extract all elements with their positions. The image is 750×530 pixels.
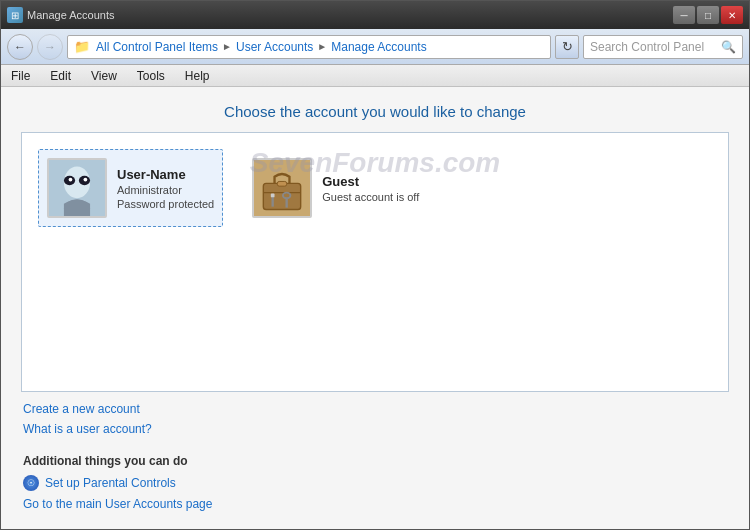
breadcrumb-manage-accounts[interactable]: Manage Accounts (331, 40, 426, 54)
user-avatar (47, 158, 107, 218)
additional-section: Additional things you can do ☉ Set up Pa… (1, 446, 749, 520)
create-account-link[interactable]: Create a new account (23, 402, 727, 416)
bottom-links: Create a new account What is a user acco… (1, 392, 749, 446)
svg-point-5 (84, 178, 88, 182)
menu-edit[interactable]: Edit (46, 67, 75, 85)
svg-rect-12 (271, 194, 275, 198)
user-avatar-svg (49, 160, 105, 216)
maximize-button[interactable]: □ (697, 6, 719, 24)
page-title: Choose the account you would like to cha… (1, 87, 749, 132)
breadcrumb-control-panel[interactable]: All Control Panel Items (96, 40, 218, 54)
window: ⊞ Manage Accounts ─ □ ✕ ← → 📁 All Contro… (0, 0, 750, 530)
svg-point-4 (69, 178, 73, 182)
guest-account-detail1: Guest account is off (322, 191, 419, 203)
breadcrumb-sep-2: ► (317, 41, 327, 52)
title-bar: ⊞ Manage Accounts ─ □ ✕ (1, 1, 749, 29)
parental-controls-label: Set up Parental Controls (45, 476, 176, 490)
account-card-user[interactable]: User-Name Administrator Password protect… (38, 149, 223, 227)
main-content: SevenForums.com Choose the account you w… (1, 87, 749, 529)
svg-rect-9 (278, 181, 287, 186)
search-placeholder: Search Control Panel (590, 40, 704, 54)
close-button[interactable]: ✕ (721, 6, 743, 24)
user-accounts-page-label: Go to the main User Accounts page (23, 497, 212, 511)
user-account-info: User-Name Administrator Password protect… (117, 167, 214, 210)
menu-tools[interactable]: Tools (133, 67, 169, 85)
user-account-name: User-Name (117, 167, 214, 182)
guest-avatar-svg (254, 160, 310, 216)
svg-rect-8 (264, 183, 301, 209)
menu-file[interactable]: File (7, 67, 34, 85)
guest-avatar (252, 158, 312, 218)
breadcrumb-sep-1: ► (222, 41, 232, 52)
user-account-detail2: Password protected (117, 198, 214, 210)
menu-help[interactable]: Help (181, 67, 214, 85)
additional-section-title: Additional things you can do (23, 454, 727, 468)
guest-account-name: Guest (322, 174, 419, 189)
shield-icon: ☉ (23, 475, 39, 491)
account-card-guest[interactable]: Guest Guest account is off (243, 149, 428, 227)
title-bar-text: Manage Accounts (27, 9, 114, 21)
menu-bar: File Edit View Tools Help (1, 65, 749, 87)
title-bar-left: ⊞ Manage Accounts (7, 7, 114, 23)
menu-view[interactable]: View (87, 67, 121, 85)
back-button[interactable]: ← (7, 34, 33, 60)
refresh-button[interactable]: ↻ (555, 35, 579, 59)
what-is-account-link[interactable]: What is a user account? (23, 422, 727, 436)
user-account-detail1: Administrator (117, 184, 214, 196)
accounts-panel: User-Name Administrator Password protect… (21, 132, 729, 392)
user-accounts-page-link[interactable]: Go to the main User Accounts page (23, 496, 727, 512)
window-icon: ⊞ (7, 7, 23, 23)
forward-button[interactable]: → (37, 34, 63, 60)
guest-account-info: Guest Guest account is off (322, 174, 419, 203)
parental-controls-link[interactable]: ☉ Set up Parental Controls (23, 474, 727, 492)
minimize-button[interactable]: ─ (673, 6, 695, 24)
address-bar: ← → 📁 All Control Panel Items ► User Acc… (1, 29, 749, 65)
breadcrumb-user-accounts[interactable]: User Accounts (236, 40, 313, 54)
title-bar-buttons: ─ □ ✕ (673, 6, 743, 24)
breadcrumb-bar[interactable]: 📁 All Control Panel Items ► User Account… (67, 35, 551, 59)
search-box[interactable]: Search Control Panel 🔍 (583, 35, 743, 59)
search-icon[interactable]: 🔍 (721, 40, 736, 54)
